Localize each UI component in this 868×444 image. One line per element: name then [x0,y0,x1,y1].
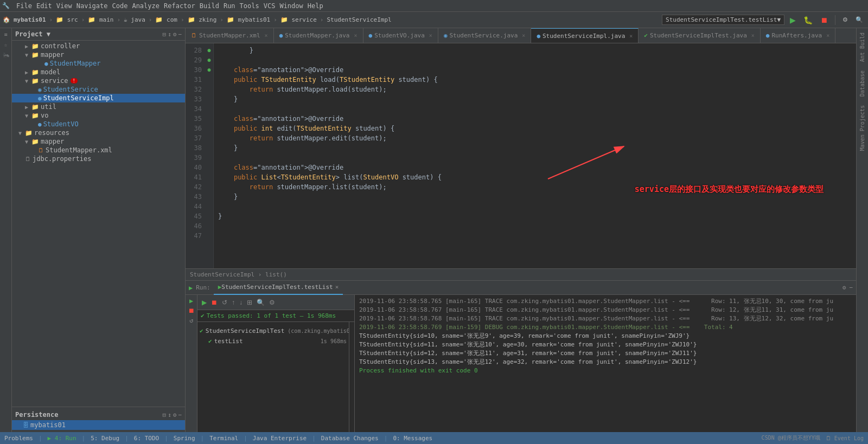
tab-runafters-java[interactable]: ● RunAfters.java × [761,28,835,43]
code-content[interactable]: } class="annotation">@Override public TS… [214,43,856,268]
persistence-icon-1[interactable]: ⊟ [163,411,167,419]
run-tab-active[interactable]: ▶ StudentServiceImplTest.testList × [214,281,343,295]
tab-studentmapper-java[interactable]: ● StudentMapper.java × [274,28,363,43]
breadcrumb-class[interactable]: StudentServiceImpl [327,16,391,23]
ant-build-icon[interactable]: 🐜 [2,51,10,59]
panel-minimize[interactable]: − [178,31,182,38]
menu-edit[interactable]: Edit [34,1,54,11]
status-java-enterprise[interactable]: Java Enterprise [253,435,307,442]
right-strip-ant[interactable]: Ant Build [858,28,866,66]
tab-studentmapper-xml[interactable]: 🗒 StudentMapper.xml × [186,28,274,43]
status-event-log[interactable]: 🗒 Event Log [826,435,864,441]
tree-item-studentservice[interactable]: ◉ StudentService [12,85,185,94]
tree-item-mapper[interactable]: ▼ 📁 mapper [12,50,185,59]
run-toolbar-btn-expand[interactable]: ⊞ [246,298,253,307]
run-tree-item-method[interactable]: ✔ testList 1s 968ms [200,337,347,345]
menu-run[interactable]: Run [221,1,238,11]
panel-icon-3[interactable]: ⚙ [173,31,177,38]
structure-icon[interactable]: ≡ [3,30,8,38]
breadcrumb-java[interactable]: ☕ java [124,16,145,23]
breadcrumb-mybatis01[interactable]: 📁 mybatis01 [227,16,270,23]
tab-studentservice-java[interactable]: ◉ StudentService.java × [438,28,532,43]
menu-refactor[interactable]: Refactor [162,1,197,11]
tab-close-6[interactable]: × [826,33,829,38]
status-todo[interactable]: 6: TODO [134,435,159,442]
tree-item-studentvo[interactable]: ● StudentVO [12,120,185,128]
run-settings-icon[interactable]: ⚙ [843,284,846,291]
run-toolbar-btn-prev[interactable]: ↑ [231,298,236,307]
run-minimize-icon[interactable]: − [849,284,853,291]
status-db-changes[interactable]: Database Changes [321,435,379,442]
menu-help[interactable]: Help [305,1,326,11]
run-toolbar-btn-settings[interactable]: ⚙ [268,298,276,307]
status-run[interactable]: ▶ 4: Run [48,435,76,442]
menu-file[interactable]: File [14,1,34,11]
code-editor[interactable]: 2829303132333435363738394041424344454647… [186,43,856,268]
menu-tools[interactable]: Tools [238,1,261,11]
panel-icon-2[interactable]: ↕ [168,31,171,38]
tree-item-studentserviceimpl[interactable]: ● StudentServiceImpl [12,94,185,102]
run-button[interactable]: ▶ [788,15,798,25]
run-toolbar-btn-play[interactable]: ▶ [201,298,208,307]
tree-item-controller[interactable]: ▶ 📁 controller [12,42,185,50]
tab-close-4[interactable]: × [629,33,633,39]
tree-item-vo[interactable]: ▼ 📁 vo [12,111,185,120]
tab-studentserviceimpltest-java[interactable]: ✔ StudentServiceImplTest.java × [639,28,760,43]
menu-analyze[interactable]: Analyze [130,1,162,11]
menu-navigate[interactable]: Navigate [74,1,110,11]
status-problems[interactable]: Problems [4,435,33,442]
console-line: 2019-11-06 23:58:58.768 [main-165] TRACE… [359,314,852,323]
breadcrumb-main[interactable]: 📁 main [88,16,113,23]
tab-close-5[interactable]: × [751,33,755,38]
run-rerun-icon[interactable]: ↺ [189,317,193,324]
persistence-icon-2[interactable]: ↕ [168,411,171,419]
run-toolbar-btn-stop[interactable]: ⏹ [210,298,219,307]
run-tree-item-class[interactable]: ✔ StudentServiceImplTest (com.zking.myba… [200,324,347,337]
favorites-icon[interactable]: ☆ [3,41,8,49]
menu-window[interactable]: Window [277,1,305,11]
tab-close-0[interactable]: × [265,33,268,38]
search-button[interactable]: 🔍 [853,15,865,24]
tab-close-1[interactable]: × [354,33,357,38]
stop-button[interactable]: ⏹ [818,15,830,25]
tree-item-service[interactable]: ▼ 📁 service ! [12,76,185,85]
run-toolbar-btn-rerun[interactable]: ↺ [221,298,228,307]
menu-view[interactable]: View [54,1,74,11]
persistence-icon-3[interactable]: ⚙ [173,411,177,419]
breadcrumb-src[interactable]: 📁 src [56,16,78,23]
tab-close-2[interactable]: × [429,33,432,38]
status-terminal[interactable]: Terminal [209,435,238,442]
persistence-minimize[interactable]: − [178,411,182,419]
debug-button[interactable]: 🐛 [801,15,815,25]
right-strip-database[interactable]: Database [858,66,866,101]
tab-close-3[interactable]: × [522,33,525,38]
persistence-item-mybatis01[interactable]: 🗄 mybatis01 [12,420,185,430]
tree-item-jdbc[interactable]: 🗒 jdbc.properties [12,155,185,163]
status-debug[interactable]: 5: Debug [91,435,119,442]
tree-item-resources[interactable]: ▼ 📁 resources [12,128,185,137]
run-toolbar-btn-next[interactable]: ↓ [238,298,244,307]
menu-code[interactable]: Code [110,1,130,11]
run-toolbar-btn-filter[interactable]: 🔍 [256,298,266,307]
breadcrumb-service[interactable]: 📁 service [280,16,317,23]
run-config-selector[interactable]: StudentServiceImplTest.testList ▼ [662,15,784,25]
tree-item-model[interactable]: ▶ 📁 model [12,68,185,76]
settings-button[interactable]: ⚙ [840,15,850,24]
tab-studentvo-java[interactable]: ● StudentVO.java × [363,28,438,43]
breadcrumb-com[interactable]: 📁 com [155,16,177,23]
panel-icon-1[interactable]: ⊟ [163,31,167,38]
menu-build[interactable]: Build [197,1,221,11]
menu-vcs[interactable]: VCS [261,1,278,11]
status-spring[interactable]: Spring [174,435,195,442]
run-tab-close[interactable]: × [335,284,339,291]
breadcrumb-zking[interactable]: 📁 zking [188,16,217,23]
tree-item-util[interactable]: ▶ 📁 util [12,102,185,111]
run-play-icon[interactable]: ▶ [189,297,193,305]
tree-item-studentmapper[interactable]: ● StudentMapper [12,59,185,68]
run-stop-icon[interactable]: ⏹ [188,307,195,314]
status-messages[interactable]: 0: Messages [393,435,432,442]
right-strip-maven[interactable]: Maven Projects [858,101,866,155]
tree-item-studentmapperxml[interactable]: 🗒 StudentMapper.xml [12,146,185,155]
tab-studentserviceimpl-java[interactable]: ● StudentServiceImpl.java × [531,28,639,43]
tree-item-mapper2[interactable]: ▼ 📁 mapper [12,137,185,146]
